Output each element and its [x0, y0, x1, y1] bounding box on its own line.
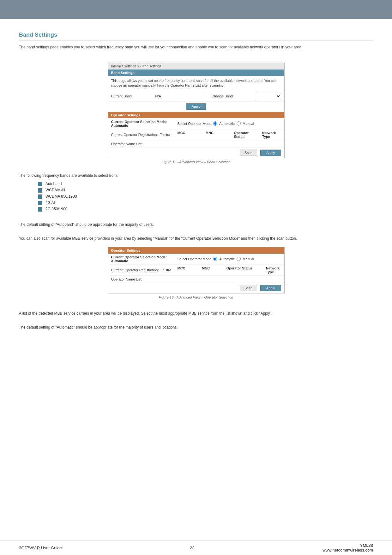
breadcrumb-text: Internet Settings > Band settings — [111, 64, 161, 68]
figure2-caption: Figure 16 - Advanced View – Operator Sel… — [19, 295, 373, 299]
footer-left: 3GZ7WV-R User Guide — [19, 546, 62, 550]
figure2-screenshot: Operator Settings Current Operator Selec… — [108, 247, 285, 293]
scan-info-text: You can also scan for available MBB serv… — [19, 236, 373, 241]
band-settings-desc: This page allows you to set up the frequ… — [108, 76, 284, 91]
operator-settings-header-2: Operator Settings — [108, 247, 284, 254]
select-mode-label: Select Operator Mode — [178, 122, 212, 126]
footer-model: YML38 — [323, 543, 373, 548]
radio-automatic-label-2: Automatic — [219, 257, 235, 261]
intro-text: The band settings page enables you to se… — [19, 44, 373, 50]
operator-reg-row: Current Operator Registration: Telstra M… — [108, 129, 284, 140]
scan-button-1[interactable]: Scan — [240, 150, 257, 156]
apply-button-1b[interactable]: Apply — [260, 150, 281, 156]
scan-apply-row-2: Scan Apply — [108, 283, 284, 293]
col-operator-status-1: Operator Status — [234, 131, 253, 139]
figure1-screenshot: Internet Settings > Band settings Band S… — [108, 63, 285, 158]
footer: 3GZ7WV-R User Guide 23 YML38 www.netcomm… — [0, 540, 392, 555]
apply-row-1: Apply — [108, 102, 284, 112]
change-band-select[interactable] — [256, 93, 281, 99]
col-network-type-2: Network Type — [266, 266, 281, 274]
footer-product: 3GZ7WV-R User Guide — [19, 546, 62, 550]
bullet-icon — [38, 201, 42, 205]
radio-automatic-1[interactable] — [213, 121, 217, 126]
list-item: Autoband — [38, 182, 373, 186]
current-reg-label: Current Operator Registration: — [111, 133, 158, 137]
operator-mode-row: Current Operator Selection Mode: Automat… — [108, 118, 284, 129]
footer-page: 23 — [190, 546, 194, 550]
band-settings-header: Band Settings — [108, 70, 284, 76]
col-mnc-2: MNC — [202, 266, 217, 274]
list-item: 2G 850/1900 — [38, 207, 373, 212]
col-operator-status-2: Operator Status — [226, 266, 256, 274]
operator-settings-header: Operator Settings — [108, 112, 284, 118]
current-reg-value-2: Telstra — [161, 268, 171, 272]
breadcrumb-bar: Internet Settings > Band settings — [108, 63, 284, 70]
page-title: Band Settings — [19, 32, 373, 40]
radio-manual-1[interactable] — [237, 121, 241, 126]
current-operator-label-2: Current Operator Selection Mode: — [111, 255, 174, 259]
after-figure2-text2: The default setting of "Automatic" shoul… — [19, 324, 373, 330]
footer-right-group: YML38 www.netcommwireless.com — [323, 543, 373, 552]
bands-list: Autoband WCDMA All WCDMA 850/1900 2G All… — [38, 182, 373, 212]
scan-button-2[interactable]: Scan — [240, 285, 257, 291]
bullet-icon — [38, 188, 42, 193]
list-item: WCDMA All — [38, 188, 373, 193]
header-bar — [0, 0, 392, 19]
band-item-0: Autoband — [45, 182, 62, 186]
current-operator-value: Automatic — [111, 124, 174, 127]
apply-button-1[interactable]: Apply — [186, 103, 207, 110]
radio-manual-label-1: Manual — [243, 122, 254, 126]
col-network-type-1: Network Type — [262, 131, 281, 139]
col-mnc-1: MNC — [206, 131, 225, 139]
current-band-value: N/A — [155, 94, 161, 98]
operator-name-list-row-2: Operator Name List: — [108, 276, 284, 283]
select-mode-label-2: Select Operator Mode — [178, 257, 212, 261]
current-band-label: Current Band: — [111, 94, 149, 98]
freq-bands-text: The following frequency bands are availa… — [19, 173, 373, 178]
operator-mode-row-2: Current Operator Selection Mode: Automat… — [108, 254, 284, 265]
operator-mode-radio-group: Select Operator Mode Automatic Manual — [178, 121, 254, 126]
operator-name-list-label: Operator Name List: — [111, 142, 142, 146]
operator-name-list-row: Operator Name List: — [108, 140, 284, 148]
scan-apply-row-1: Scan Apply — [108, 148, 284, 158]
band-item-3: 2G All — [45, 200, 56, 205]
current-reg-value: Telstra — [160, 133, 170, 137]
radio-manual-label-2: Manual — [243, 257, 254, 261]
apply-button-2[interactable]: Apply — [260, 285, 281, 291]
bullet-icon — [38, 207, 42, 212]
footer-website: www.netcommwireless.com — [323, 548, 373, 552]
current-operator-label: Current Operator Selection Mode: — [111, 120, 174, 124]
radio-automatic-2[interactable] — [213, 257, 217, 261]
list-item: 2G All — [38, 200, 373, 205]
band-item-2: WCDMA 850/1900 — [45, 194, 77, 199]
main-content: Band Settings The band settings page ena… — [0, 19, 392, 346]
default-text: The default setting of "Autoband" should… — [19, 222, 373, 227]
band-item-4: 2G 850/1900 — [45, 207, 67, 211]
col-mcc-1: MCC — [178, 131, 196, 139]
figure1-caption: Figure 15 - Advanced View – Band Selecti… — [19, 160, 373, 164]
operator-mode-radio-group-2: Select Operator Mode Automatic Manual — [178, 257, 254, 261]
col-mcc-2: MCC — [178, 266, 193, 274]
list-item: WCDMA 850/1900 — [38, 194, 373, 199]
change-band-label: Change Band: — [212, 94, 250, 98]
bullet-icon — [38, 194, 42, 199]
after-figure2-text1: A list of the detected MBB service carri… — [19, 311, 373, 316]
current-operator-value-2: Automatic — [111, 259, 174, 263]
footer-center: 23 — [190, 546, 194, 550]
radio-automatic-label-1: Automatic — [219, 122, 235, 126]
operator-name-list-label-2: Operator Name List: — [111, 277, 142, 281]
band-item-1: WCDMA All — [45, 188, 65, 192]
operator-reg-row-2: Current: Operator Registration: Telstra … — [108, 265, 284, 276]
current-band-row: Current Band: N/A Change Band: — [108, 91, 284, 102]
current-reg-label-2: Current: Operator Registration: — [111, 268, 159, 272]
bullet-icon — [38, 182, 42, 186]
radio-manual-2[interactable] — [237, 257, 241, 261]
